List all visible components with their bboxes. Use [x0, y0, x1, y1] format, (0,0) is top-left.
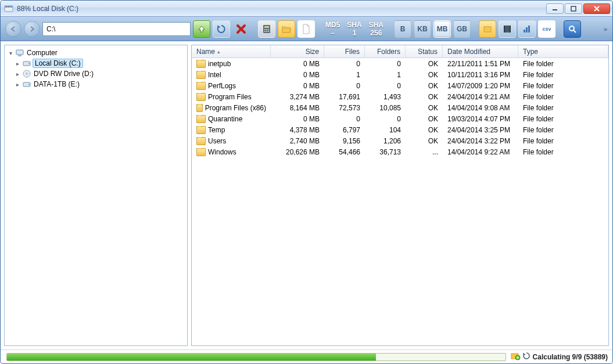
col-header-type[interactable]: Type [518, 45, 608, 57]
svg-point-29 [26, 73, 28, 75]
table-row[interactable]: Intel0 MB11OK10/11/2011 3:16 PMFile fold… [192, 69, 608, 80]
cell-size: 3,274 MB [271, 93, 324, 101]
svg-rect-25 [18, 55, 21, 56]
table-row[interactable]: Program Files (x86)8,164 MB72,57310,085O… [192, 102, 608, 113]
col-header-size[interactable]: Size [271, 45, 324, 57]
list-body[interactable]: inetpub0 MB00OK22/11/2011 1:51 PMFile fo… [192, 58, 608, 345]
table-row[interactable]: Temp4,378 MB6,797104OK24/04/2014 3:25 PM… [192, 124, 608, 135]
tree-item[interactable]: ▸Local Disk (C:) [6, 58, 186, 69]
cell-status: ... [406, 148, 443, 156]
table-row[interactable]: inetpub0 MB00OK22/11/2011 1:51 PMFile fo… [192, 58, 608, 69]
svg-point-12 [264, 31, 266, 32]
minimize-button[interactable] [546, 3, 564, 14]
col-header-folders[interactable]: Folders [365, 45, 406, 57]
cell-type: File folder [518, 93, 608, 101]
new-file-button[interactable] [297, 20, 315, 38]
unit-kb-button[interactable]: KB [414, 20, 431, 38]
cell-name: Temp [192, 126, 271, 134]
delete-button[interactable] [232, 20, 250, 38]
path-input[interactable] [46, 25, 187, 33]
cell-status: OK [406, 126, 443, 134]
cell-type: File folder [518, 115, 608, 123]
cell-size: 0 MB [271, 60, 324, 68]
unit-b-button[interactable]: B [394, 20, 411, 38]
list-header: Name Size Files Folders Status Date Modi… [192, 45, 608, 58]
cell-size: 4,378 MB [271, 126, 324, 134]
cell-files: 72,573 [324, 104, 365, 112]
cell-files: 54,466 [324, 148, 365, 156]
unit-gb-button[interactable]: GB [453, 20, 471, 38]
titlebar[interactable]: 88% Local Disk (C:) [1, 1, 612, 17]
cell-date: 24/04/2014 3:25 PM [443, 126, 518, 134]
cell-size: 0 MB [271, 82, 324, 90]
film-view-button[interactable] [499, 20, 516, 38]
folder-icon [196, 148, 206, 156]
cell-files: 17,691 [324, 93, 365, 101]
folder-icon [196, 93, 206, 101]
table-row[interactable]: Users2,740 MB9,1561,206OK24/04/2014 3:22… [192, 135, 608, 146]
cell-files: 0 [324, 60, 365, 68]
cell-date: 14/04/2014 9:08 AM [443, 104, 518, 112]
back-button[interactable] [5, 21, 21, 37]
csv-export-button[interactable]: csv [538, 20, 555, 38]
cell-date: 10/11/2011 3:16 PM [443, 71, 518, 79]
svg-point-22 [569, 26, 574, 31]
expand-icon[interactable]: ▸ [14, 60, 21, 67]
folder-icon [196, 104, 203, 112]
cell-type: File folder [518, 71, 608, 79]
md5-button[interactable]: MD5– [323, 20, 342, 38]
path-input-container[interactable] [42, 22, 191, 36]
tree-label: DATA-1TB (E:) [33, 80, 81, 88]
unit-mb-button[interactable]: MB [433, 20, 451, 38]
expand-icon[interactable]: ▸ [14, 71, 21, 77]
chart-view-button[interactable] [518, 20, 536, 38]
svg-rect-8 [264, 26, 269, 28]
cell-files: 0 [324, 82, 365, 90]
col-header-name[interactable]: Name [192, 45, 271, 57]
cell-folders: 0 [365, 115, 406, 123]
main-body: ▾ Computer ▸Local Disk (C:)▸DVD RW Drive… [1, 41, 612, 349]
svg-point-3 [7, 6, 8, 7]
tree-root-computer[interactable]: ▾ Computer [6, 48, 186, 58]
cell-files: 0 [324, 115, 365, 123]
table-row[interactable]: Quarantine0 MB00OK19/03/2014 4:07 PMFile… [192, 113, 608, 124]
cell-size: 0 MB [271, 71, 324, 79]
col-header-status[interactable]: Status [406, 45, 443, 57]
cell-status: OK [406, 104, 443, 112]
forward-button[interactable] [24, 21, 40, 37]
maximize-button[interactable] [565, 3, 582, 14]
tree-item[interactable]: ▸DATA-1TB (E:) [6, 79, 186, 89]
explorer-view-button[interactable] [479, 20, 496, 38]
sha1-button[interactable]: SHA1 [345, 20, 364, 38]
sha256-button[interactable]: SHA256 [367, 20, 386, 38]
app-window: 88% Local Disk (C:) [0, 0, 613, 364]
drive-icon [22, 80, 31, 89]
refresh-button[interactable] [213, 20, 230, 38]
cell-folders: 1,206 [365, 137, 406, 145]
col-header-date[interactable]: Date Modified [443, 45, 518, 57]
cell-type: File folder [518, 126, 608, 134]
collapse-icon[interactable]: ▾ [7, 50, 14, 56]
progress-fill [7, 354, 376, 361]
expand-icon[interactable]: ▸ [14, 81, 21, 88]
svg-rect-24 [16, 50, 23, 55]
folder-icon [196, 60, 206, 68]
table-row[interactable]: Windows20,626 MB54,46636,713...14/04/201… [192, 146, 608, 157]
status-text-group: Calculating 9/9 (53889) [511, 352, 608, 362]
close-button[interactable] [583, 3, 610, 14]
cell-status: OK [406, 137, 443, 145]
table-row[interactable]: PerfLogs0 MB00OK14/07/2009 1:20 PMFile f… [192, 80, 608, 91]
go-up-button[interactable] [193, 20, 210, 38]
table-row[interactable]: Program Files3,274 MB17,6911,493OK24/04/… [192, 91, 608, 102]
tree-panel[interactable]: ▾ Computer ▸Local Disk (C:)▸DVD RW Drive… [4, 45, 188, 346]
tree-label: Local Disk (C:) [33, 59, 83, 68]
open-folder-button[interactable] [278, 20, 295, 38]
search-button[interactable] [564, 20, 581, 38]
folder-icon [196, 82, 206, 90]
tree-item[interactable]: ▸DVD RW Drive (D:) [6, 69, 186, 79]
svg-rect-21 [528, 26, 530, 33]
calculator-button[interactable] [258, 20, 275, 38]
cell-name: Program Files [192, 93, 271, 101]
toolbar-overflow-icon[interactable]: » [604, 26, 608, 33]
col-header-files[interactable]: Files [324, 45, 365, 57]
